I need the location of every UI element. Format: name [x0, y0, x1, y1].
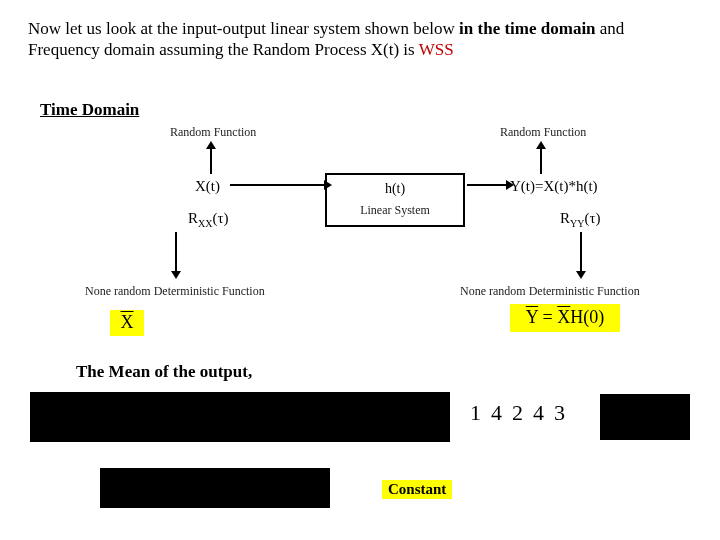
rxx-base: R — [188, 210, 198, 226]
arrow-up-icon — [540, 148, 542, 174]
arrow-right-icon — [230, 184, 325, 186]
mean-output-heading: The Mean of the output, — [76, 362, 252, 382]
deterministic-label-left: None random Deterministic Function — [85, 284, 265, 299]
redacted-block — [600, 394, 690, 440]
brace-numbers: 14243 — [470, 400, 575, 426]
arrow-right-icon — [467, 184, 507, 186]
intro-paragraph: Now let us look at the input-output line… — [28, 18, 690, 61]
intro-text-1: Now let us look at the input-output line… — [28, 19, 459, 38]
input-signal-label: X(t) — [195, 178, 220, 195]
redacted-block — [100, 468, 330, 508]
linear-system-box: h(t) Linear System — [325, 173, 465, 227]
output-autocorrelation-label: RYY(τ) — [560, 210, 601, 229]
xbar-symbol: X — [121, 312, 134, 332]
input-autocorrelation-label: RXX(τ) — [188, 210, 229, 229]
xbar-symbol-rhs: X — [557, 307, 570, 327]
system-diagram: Random Function Random Function X(t) RXX… — [30, 120, 690, 320]
h0-text: H(0) — [570, 307, 604, 327]
random-function-label-right: Random Function — [500, 125, 586, 140]
wss-text: WSS — [419, 40, 454, 59]
ryy-base: R — [560, 210, 570, 226]
intro-bold-1: in the time domain — [459, 19, 595, 38]
linear-system-label: Linear System — [327, 203, 463, 218]
section-heading-time-domain: Time Domain — [40, 100, 139, 120]
arrow-down-icon — [580, 232, 582, 272]
redacted-block — [30, 392, 450, 442]
ybar-equation-highlight: Y = XH(0) — [510, 304, 620, 332]
deterministic-label-right: None random Deterministic Function — [460, 284, 640, 299]
ryy-arg: (τ) — [584, 210, 600, 226]
impulse-response-label: h(t) — [327, 181, 463, 197]
ryy-sub: YY — [570, 218, 584, 229]
rxx-arg: (τ) — [212, 210, 228, 226]
ybar-symbol: Y — [526, 307, 538, 327]
equals-sign: = — [543, 307, 558, 327]
output-signal-label: Y(t)=X(t)*h(t) — [510, 178, 598, 195]
rxx-sub: XX — [198, 218, 212, 229]
random-function-label-left: Random Function — [170, 125, 256, 140]
arrow-down-icon — [175, 232, 177, 272]
constant-highlight: Constant — [382, 480, 452, 499]
xbar-highlight: X — [110, 310, 144, 336]
arrow-up-icon — [210, 148, 212, 174]
